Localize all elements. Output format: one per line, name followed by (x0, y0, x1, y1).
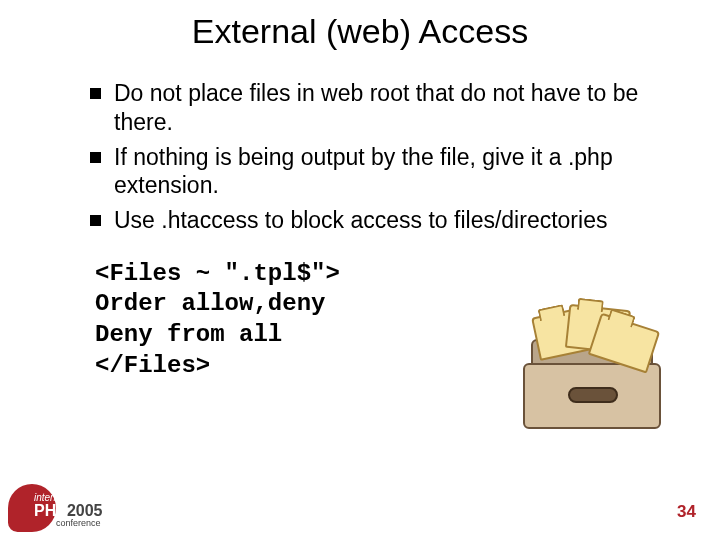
bullet-item: Use .htaccess to block access to files/d… (90, 206, 680, 235)
bullet-list: Do not place files in web root that do n… (50, 79, 680, 235)
conference-logo: international PHP2005 conference (8, 484, 128, 532)
bullet-item: If nothing is being output by the file, … (90, 143, 680, 201)
logo-php: PHP (34, 502, 67, 519)
box-handle (568, 387, 618, 403)
file-box-illustration (523, 305, 658, 425)
bullet-item: Do not place files in web root that do n… (90, 79, 680, 137)
slide-title: External (web) Access (0, 12, 720, 51)
page-number: 34 (677, 502, 696, 522)
logo-line3: conference (56, 518, 101, 528)
logo-year: 2005 (67, 502, 103, 519)
